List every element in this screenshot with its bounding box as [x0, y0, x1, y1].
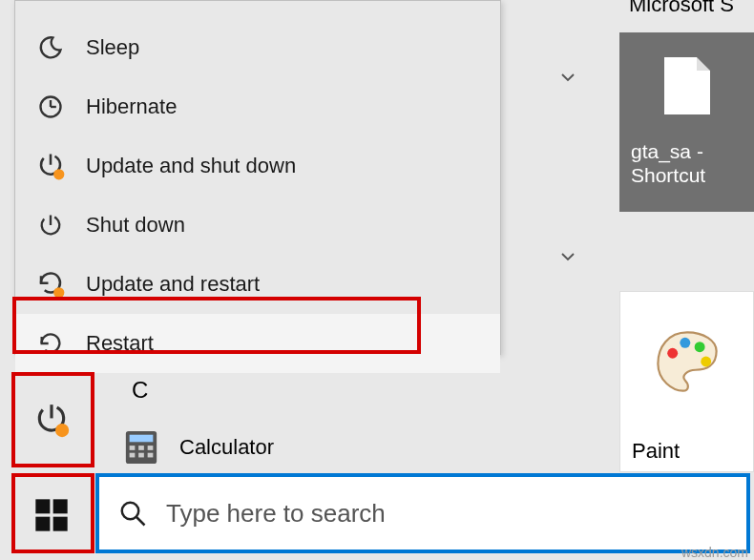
svg-point-3: [701, 357, 711, 367]
power-update-icon: [33, 402, 70, 438]
svg-point-2: [694, 342, 704, 352]
svg-rect-27: [53, 517, 68, 531]
chevron-down-icon[interactable]: [557, 246, 578, 267]
start-group-label: Microsoft S: [629, 0, 734, 17]
svg-rect-24: [35, 499, 50, 513]
moon-icon: [36, 33, 65, 62]
file-icon: [664, 57, 710, 114]
power-menu-label: Shut down: [86, 213, 185, 238]
svg-rect-7: [138, 446, 144, 450]
power-menu-sleep[interactable]: Sleep: [15, 18, 500, 77]
start-button[interactable]: [29, 492, 74, 538]
power-menu-shutdown[interactable]: Shut down: [15, 196, 500, 255]
start-rail-power-button[interactable]: [29, 397, 74, 443]
watermark: wsxdn.com: [681, 545, 748, 560]
power-menu-update-shutdown[interactable]: Update and shut down: [15, 136, 500, 196]
svg-point-0: [667, 348, 678, 359]
power-menu-label: Update and restart: [86, 272, 260, 297]
app-list-group-header[interactable]: C: [132, 377, 148, 404]
svg-rect-6: [130, 446, 136, 450]
svg-rect-26: [35, 517, 50, 531]
svg-rect-9: [130, 453, 136, 458]
svg-point-23: [55, 424, 69, 437]
svg-rect-10: [138, 453, 144, 458]
svg-rect-25: [53, 499, 68, 513]
app-list-label: Calculator: [179, 435, 274, 460]
restart-update-icon: [36, 270, 65, 299]
tile-label: gta_sa - Shortcut: [631, 139, 743, 187]
restart-icon: [36, 329, 65, 358]
windows-logo-icon: [32, 496, 71, 534]
svg-rect-11: [148, 453, 154, 458]
search-icon: [118, 499, 147, 528]
chevron-down-icon[interactable]: [557, 67, 578, 88]
svg-rect-8: [148, 446, 154, 450]
svg-point-1: [680, 338, 690, 348]
power-menu-update-restart[interactable]: Update and restart: [15, 255, 500, 314]
clock-icon: [36, 93, 65, 121]
power-update-icon: [36, 152, 65, 180]
svg-point-17: [53, 169, 64, 179]
search-placeholder: Type here to search: [166, 499, 386, 529]
svg-point-20: [53, 287, 64, 298]
taskbar-search-box[interactable]: Type here to search: [99, 477, 746, 550]
power-menu-hibernate[interactable]: Hibernate: [15, 77, 500, 136]
power-menu-label: Update and shut down: [86, 154, 296, 178]
tile-gta-shortcut[interactable]: gta_sa - Shortcut: [619, 32, 754, 212]
app-list-calculator[interactable]: Calculator: [122, 429, 274, 466]
tile-label: Paint: [620, 431, 753, 471]
svg-point-28: [122, 503, 139, 520]
power-menu: Sleep Hibernate Update and shut down Shu…: [14, 0, 501, 355]
power-menu-label: Hibernate: [86, 94, 177, 119]
power-menu-restart[interactable]: Restart: [15, 314, 500, 373]
svg-rect-5: [130, 435, 154, 443]
tile-paint[interactable]: Paint: [619, 291, 754, 472]
paint-icon: [620, 292, 753, 431]
svg-line-29: [136, 517, 145, 526]
calculator-icon: [122, 429, 160, 466]
power-menu-label: Restart: [86, 331, 154, 356]
power-icon: [36, 211, 65, 239]
power-menu-label: Sleep: [86, 35, 139, 60]
